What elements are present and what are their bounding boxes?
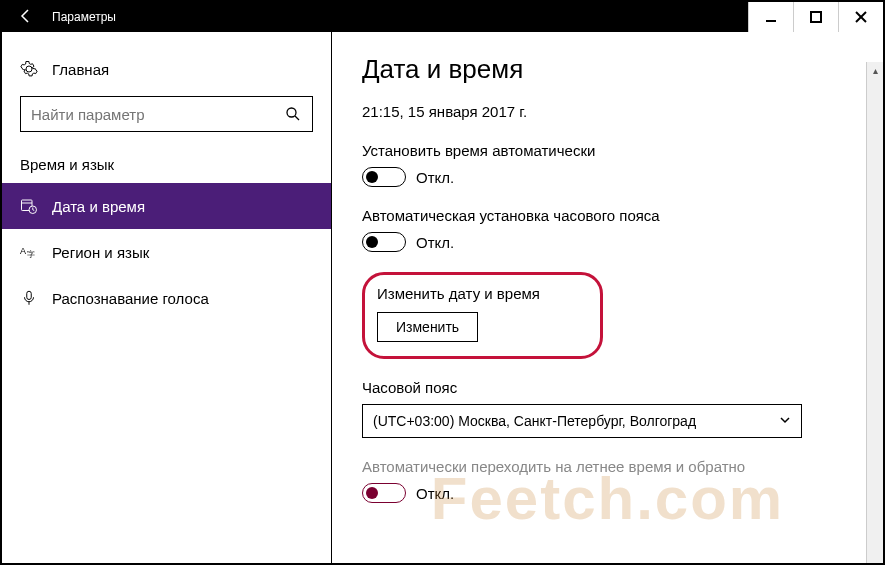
dst-toggle[interactable]	[362, 483, 406, 503]
svg-rect-1	[811, 12, 821, 22]
svg-text:字: 字	[27, 250, 35, 259]
svg-line-10	[33, 210, 35, 211]
search-box[interactable]	[20, 96, 313, 132]
timezone-setting: Часовой пояс (UTC+03:00) Москва, Санкт-П…	[362, 379, 853, 438]
dst-setting: Автоматически переходить на летнее время…	[362, 458, 853, 503]
auto-timezone-setting: Автоматическая установка часового пояса …	[362, 207, 853, 252]
nav-item-label: Дата и время	[52, 198, 145, 215]
window-title: Параметры	[52, 10, 116, 24]
chevron-down-icon	[779, 413, 791, 429]
calendar-clock-icon	[20, 197, 38, 215]
auto-timezone-label: Автоматическая установка часового пояса	[362, 207, 853, 224]
auto-timezone-state: Откл.	[416, 234, 454, 251]
gear-icon	[20, 60, 38, 78]
search-input[interactable]	[31, 106, 284, 123]
nav-item-region-language[interactable]: A字 Регион и язык	[2, 229, 331, 275]
nav-item-label: Распознавание голоса	[52, 290, 209, 307]
nav-item-date-time[interactable]: Дата и время	[2, 183, 331, 229]
minimize-button[interactable]	[748, 2, 793, 32]
language-icon: A字	[20, 243, 38, 261]
content-pane: Дата и время 21:15, 15 января 2017 г. Ус…	[332, 32, 883, 563]
back-icon[interactable]	[18, 8, 34, 27]
auto-time-toggle[interactable]	[362, 167, 406, 187]
auto-timezone-toggle[interactable]	[362, 232, 406, 252]
timezone-label: Часовой пояс	[362, 379, 853, 396]
scrollbar[interactable]: ▴	[866, 62, 883, 563]
timezone-value: (UTC+03:00) Москва, Санкт-Петербург, Вол…	[373, 413, 696, 429]
settings-window: Параметры Главная	[0, 0, 885, 565]
titlebar: Параметры	[2, 2, 883, 32]
window-controls	[748, 2, 883, 32]
svg-point-4	[287, 108, 296, 117]
change-button[interactable]: Изменить	[377, 312, 478, 342]
sidebar: Главная Время и язык Дата и время A字	[2, 32, 332, 563]
svg-text:A: A	[20, 246, 26, 256]
scroll-up-icon[interactable]: ▴	[867, 62, 883, 79]
nav-item-speech[interactable]: Распознавание голоса	[2, 275, 331, 321]
svg-rect-13	[27, 291, 32, 299]
microphone-icon	[20, 289, 38, 307]
auto-time-label: Установить время автоматически	[362, 142, 853, 159]
timezone-select[interactable]: (UTC+03:00) Москва, Санкт-Петербург, Вол…	[362, 404, 802, 438]
change-datetime-highlight: Изменить дату и время Изменить	[362, 272, 603, 359]
close-button[interactable]	[838, 2, 883, 32]
auto-time-state: Откл.	[416, 169, 454, 186]
dst-state: Откл.	[416, 485, 454, 502]
current-datetime: 21:15, 15 января 2017 г.	[362, 103, 853, 120]
page-title: Дата и время	[362, 54, 853, 85]
change-datetime-label: Изменить дату и время	[377, 285, 540, 302]
dst-label: Автоматически переходить на летнее время…	[362, 458, 853, 475]
home-link[interactable]: Главная	[2, 52, 331, 96]
nav-item-label: Регион и язык	[52, 244, 149, 261]
home-label: Главная	[52, 61, 109, 78]
maximize-button[interactable]	[793, 2, 838, 32]
search-icon	[284, 105, 302, 123]
section-header: Время и язык	[2, 150, 331, 183]
svg-line-5	[295, 116, 299, 120]
auto-time-setting: Установить время автоматически Откл.	[362, 142, 853, 187]
